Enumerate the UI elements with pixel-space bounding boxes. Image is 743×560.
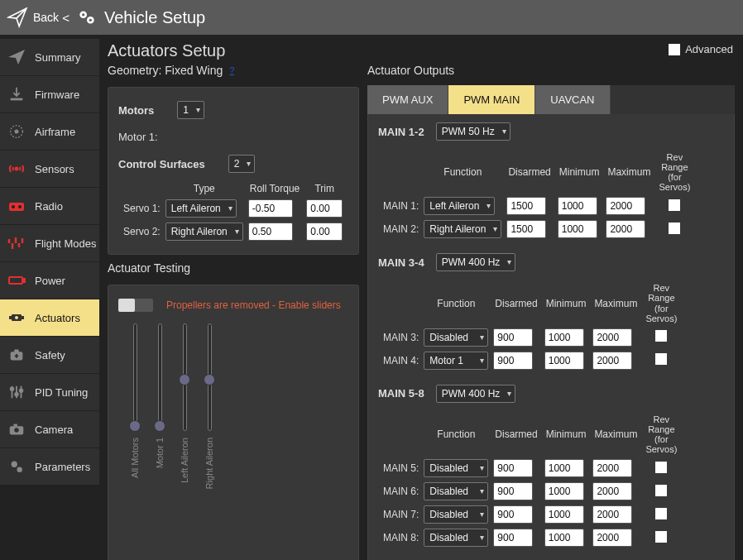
advanced-checkbox[interactable] [669, 44, 680, 55]
svg-point-25 [12, 462, 17, 467]
output-reverse-checkbox[interactable] [655, 353, 667, 365]
sidebar-item-camera[interactable]: Camera [0, 411, 99, 448]
output-minimum-input[interactable]: 1000 [544, 328, 584, 347]
sidebar-item-parameters[interactable]: Parameters [0, 448, 99, 485]
sidebar-item-radio[interactable]: Radio [0, 188, 99, 224]
output-reverse-checkbox[interactable] [669, 199, 680, 211]
test-slider[interactable]: All Motors [130, 323, 140, 489]
sidebar-item-label: Actuators [35, 312, 80, 324]
servo-roll-input[interactable]: -0.50 [248, 199, 293, 218]
output-group: MAIN 1-2PWM 50 HzFunctionDisarmedMinimum… [378, 122, 724, 243]
output-minimum-input[interactable]: 1000 [544, 459, 584, 477]
motors-count-select[interactable]: 1 [177, 101, 204, 119]
output-maximum-input[interactable]: 2000 [592, 328, 632, 347]
output-function-select[interactable]: Disabled [424, 529, 488, 547]
output-maximum-input[interactable]: 2000 [592, 482, 632, 500]
slider-track[interactable] [158, 323, 162, 431]
output-tab-main[interactable]: PWM MAIN [448, 85, 535, 114]
output-function-select[interactable]: Disabled [424, 505, 488, 524]
sidebar-item-actuators[interactable]: Actuators [0, 299, 99, 336]
group-name: MAIN 1-2 [378, 126, 424, 138]
servo-trim-input[interactable]: 0.00 [306, 223, 343, 241]
output-reverse-checkbox[interactable] [655, 330, 667, 342]
output-minimum-input[interactable]: 1000 [558, 220, 597, 238]
output-maximum-input[interactable]: 2000 [606, 197, 645, 215]
advanced-toggle[interactable]: Advanced [669, 43, 733, 55]
plane-icon [5, 45, 28, 69]
paper-plane-icon[interactable] [7, 7, 28, 28]
output-maximum-input[interactable]: 2000 [592, 352, 632, 370]
output-function-select[interactable]: Disabled [424, 328, 488, 347]
sidebar-item-flight-modes[interactable]: Flight Modes [0, 225, 99, 261]
output-tab-aux[interactable]: PWM AUX [367, 85, 448, 114]
servo-roll-input[interactable]: 0.50 [248, 223, 293, 241]
back-button[interactable]: Back [33, 11, 59, 24]
output-maximum-input[interactable]: 2000 [606, 220, 645, 238]
output-disarmed-input[interactable]: 900 [493, 529, 533, 547]
output-reverse-checkbox[interactable] [655, 531, 667, 543]
sidebar-item-summary[interactable]: Summary [0, 39, 99, 75]
output-function-select[interactable]: Disabled [424, 482, 488, 500]
output-maximum-input[interactable]: 2000 [592, 529, 632, 547]
slider-thumb[interactable] [154, 420, 165, 432]
gears-icon[interactable] [76, 7, 98, 28]
surfaces-count-select[interactable]: 2 [228, 155, 256, 173]
sidebar-item-firmware[interactable]: Firmware [0, 76, 99, 112]
output-disarmed-input[interactable]: 1500 [506, 220, 546, 238]
output-disarmed-input[interactable]: 900 [493, 328, 533, 347]
output-disarmed-input[interactable]: 1500 [506, 197, 546, 215]
servo-trim-input[interactable]: 0.00 [306, 199, 343, 218]
sidebar-item-power[interactable]: Power [0, 262, 99, 299]
sidebar-item-airframe[interactable]: Airframe [0, 113, 99, 150]
output-maximum-input[interactable]: 2000 [592, 505, 632, 524]
output-tab-uavcan[interactable]: UAVCAN [535, 85, 610, 114]
slider-thumb[interactable] [204, 374, 215, 385]
output-reverse-checkbox[interactable] [655, 508, 667, 519]
output-minimum-input[interactable]: 1000 [544, 482, 584, 500]
geometry-help-link[interactable]: ? [229, 65, 234, 75]
slider-track[interactable] [133, 323, 137, 431]
geometry-heading: Geometry: Fixed Wing ? [108, 64, 359, 77]
servo-type-select[interactable]: Right Aileron [165, 223, 243, 241]
slider-thumb[interactable] [129, 420, 141, 432]
servo-type-select[interactable]: Left Aileron [165, 199, 237, 218]
group-rate-select[interactable]: PWM 50 Hz [436, 122, 511, 141]
output-disarmed-input[interactable]: 900 [493, 352, 533, 370]
servo-row-label: Servo 1: [123, 199, 161, 218]
svg-rect-12 [23, 279, 25, 282]
output-maximum-input[interactable]: 2000 [592, 459, 632, 477]
sidebar-item-sensors[interactable]: Sensors [0, 151, 99, 187]
sidebar-item-label: Camera [35, 424, 73, 436]
output-reverse-checkbox[interactable] [669, 223, 680, 234]
output-disarmed-input[interactable]: 900 [493, 459, 533, 477]
output-function-select[interactable]: Left Aileron [424, 197, 495, 215]
svg-point-6 [15, 130, 18, 133]
medkit-icon [5, 343, 28, 366]
test-slider[interactable]: Left Aileron [180, 323, 189, 489]
output-reverse-checkbox[interactable] [655, 485, 667, 496]
battery-icon [5, 269, 28, 292]
output-function-select[interactable]: Motor 1 [424, 352, 488, 370]
output-disarmed-input[interactable]: 900 [493, 482, 533, 500]
group-rate-select[interactable]: PWM 400 Hz [436, 253, 516, 271]
output-disarmed-input[interactable]: 900 [493, 505, 533, 524]
test-slider[interactable]: Motor 1 [155, 323, 165, 489]
slider-thumb[interactable] [179, 374, 190, 385]
svg-rect-18 [14, 350, 19, 353]
output-minimum-input[interactable]: 1000 [544, 529, 584, 547]
slider-track[interactable] [183, 323, 187, 431]
test-slider[interactable]: Right Aileron [204, 323, 214, 489]
sidebar-item-pid-tuning[interactable]: PID Tuning [0, 374, 99, 410]
page-title: Actuators Setup [108, 41, 735, 60]
motor1-label: Motor 1: [118, 131, 158, 143]
sidebar-item-safety[interactable]: Safety [0, 337, 99, 373]
output-reverse-checkbox[interactable] [655, 462, 667, 473]
enable-sliders-toggle[interactable] [118, 299, 153, 312]
group-rate-select[interactable]: PWM 400 Hz [436, 385, 516, 403]
output-minimum-input[interactable]: 1000 [544, 505, 584, 524]
output-function-select[interactable]: Disabled [424, 459, 488, 477]
slider-track[interactable] [208, 323, 212, 431]
output-function-select[interactable]: Right Aileron [424, 220, 501, 238]
output-minimum-input[interactable]: 1000 [558, 197, 597, 215]
output-minimum-input[interactable]: 1000 [544, 352, 584, 370]
